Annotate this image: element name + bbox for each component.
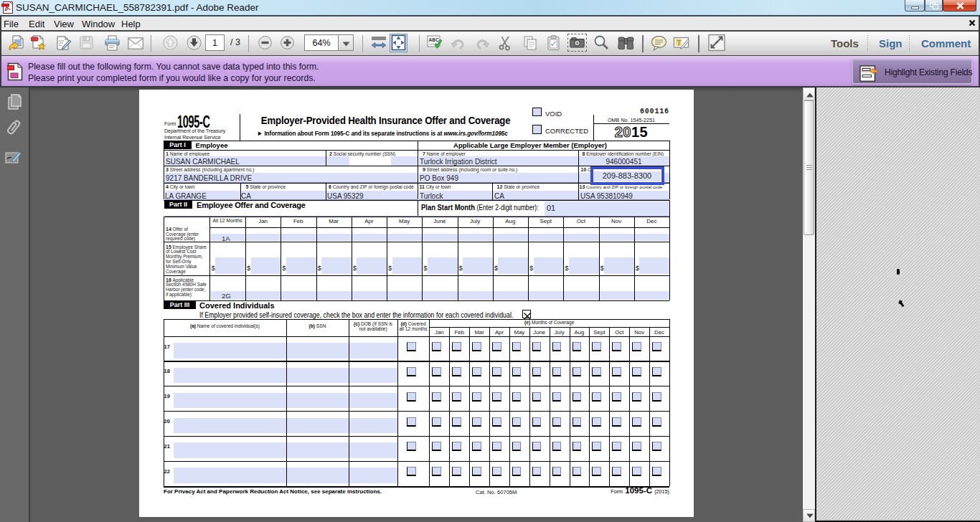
svg-text:ABC: ABC xyxy=(429,37,439,42)
svg-text:T: T xyxy=(677,39,682,47)
